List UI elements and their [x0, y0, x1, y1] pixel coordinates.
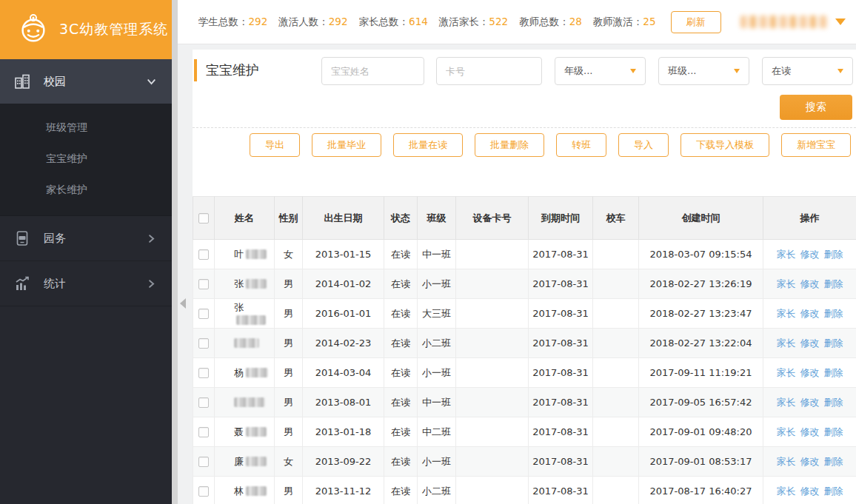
- cell-gender: 男: [275, 477, 303, 504]
- action-button-批量毕业[interactable]: 批量毕业: [312, 133, 381, 157]
- row-action-修改[interactable]: 修改: [800, 249, 820, 260]
- row-checkbox[interactable]: [198, 249, 209, 260]
- stat-colon: ：: [238, 16, 249, 27]
- row-checkbox[interactable]: [198, 427, 209, 437]
- cell-gender: 女: [275, 447, 303, 477]
- class-select[interactable]: 班级...: [658, 57, 749, 85]
- row-action-家长[interactable]: 家长: [777, 485, 796, 497]
- stat-label: 教师总数: [519, 16, 559, 27]
- row-select-cell: [193, 269, 215, 299]
- row-action-家长[interactable]: 家长: [777, 249, 796, 260]
- row-action-家长[interactable]: 家长: [777, 278, 796, 289]
- submenu-item-家长维护[interactable]: 家长维护: [0, 174, 172, 205]
- cell-gender: 男: [275, 299, 303, 329]
- row-checkbox[interactable]: [198, 397, 209, 408]
- action-button-转班[interactable]: 转班: [556, 133, 606, 157]
- cell-actions: 家长修改删除: [763, 417, 856, 447]
- row-action-修改[interactable]: 修改: [800, 308, 820, 319]
- header-cell-操作: 操作: [763, 197, 856, 240]
- row-action-修改[interactable]: 修改: [800, 426, 820, 437]
- stat-value: 614: [409, 16, 428, 27]
- stat-item: 教师激活：25: [593, 16, 656, 29]
- name-visible-char: 张: [234, 302, 244, 313]
- top-stats-bar: 学生总数：292激活人数：292家长总数：614激活家长：522教师总数：28教…: [178, 0, 856, 44]
- row-action-修改[interactable]: 修改: [800, 278, 820, 289]
- row-checkbox[interactable]: [198, 486, 209, 497]
- sidebar-item-园务[interactable]: 园务: [0, 216, 172, 261]
- cell-bus: [593, 477, 639, 504]
- cell-actions: 家长修改删除: [763, 299, 856, 329]
- sidebar-collapse-handle[interactable]: [180, 298, 186, 309]
- cell-class: 中二班: [418, 417, 456, 447]
- row-action-家长[interactable]: 家长: [777, 426, 796, 437]
- grade-select[interactable]: 年级...: [555, 57, 646, 85]
- action-button-导入[interactable]: 导入: [618, 133, 669, 157]
- stat-label: 教师激活: [593, 16, 633, 27]
- submenu-item-班级管理[interactable]: 班级管理: [0, 112, 172, 143]
- row-checkbox[interactable]: [198, 309, 209, 319]
- stat-item: 激活人数：292: [278, 16, 347, 29]
- row-action-删除[interactable]: 删除: [824, 367, 843, 378]
- table-row: 杨男2014-03-04在读小一班2017-08-312017-09-11 11…: [193, 358, 856, 388]
- row-action-删除[interactable]: 删除: [824, 426, 843, 437]
- row-action-删除[interactable]: 删除: [824, 397, 843, 408]
- cell-birth: 2016-01-01: [303, 299, 384, 329]
- status-select[interactable]: 在读: [762, 57, 853, 85]
- row-action-家长[interactable]: 家长: [777, 397, 796, 408]
- action-button-新增宝宝[interactable]: 新增宝宝: [781, 133, 851, 157]
- submenu-item-宝宝维护[interactable]: 宝宝维护: [0, 143, 172, 174]
- stat-colon: ：: [399, 16, 409, 27]
- row-action-删除[interactable]: 删除: [824, 249, 843, 260]
- row-action-修改[interactable]: 修改: [800, 397, 820, 408]
- cell-birth: 2013-09-22: [303, 447, 384, 477]
- row-action-删除[interactable]: 删除: [824, 456, 843, 467]
- row-action-删除[interactable]: 删除: [824, 485, 843, 497]
- row-action-删除[interactable]: 删除: [824, 337, 843, 349]
- row-action-修改[interactable]: 修改: [800, 485, 820, 497]
- sidebar-nav: 校园班级管理宝宝维护家长维护园务统计: [0, 59, 172, 306]
- cell-created: 2018-02-27 13:23:47: [639, 299, 763, 329]
- row-select-cell: [193, 299, 215, 329]
- refresh-button[interactable]: 刷新: [671, 11, 721, 33]
- name-redacted-blur: [236, 315, 266, 325]
- cell-birth: 2014-02-23: [303, 329, 384, 358]
- row-action-删除[interactable]: 删除: [824, 278, 843, 289]
- row-checkbox[interactable]: [198, 457, 209, 467]
- row-checkbox[interactable]: [198, 279, 209, 289]
- row-action-修改[interactable]: 修改: [800, 337, 820, 349]
- row-action-家长[interactable]: 家长: [777, 367, 796, 378]
- baby-name-input[interactable]: [321, 57, 424, 85]
- action-button-批量删除[interactable]: 批量删除: [475, 133, 544, 157]
- row-action-家长[interactable]: 家长: [777, 337, 796, 349]
- row-action-修改[interactable]: 修改: [800, 367, 820, 378]
- cell-expire: 2017-08-31: [529, 388, 593, 417]
- table-row: 男2014-02-23在读小二班2017-08-312018-02-27 13:…: [193, 329, 856, 358]
- row-checkbox[interactable]: [198, 368, 209, 378]
- action-button-下载导入模板[interactable]: 下载导入模板: [681, 133, 769, 157]
- row-select-cell: [193, 447, 215, 477]
- user-menu[interactable]: [740, 16, 846, 28]
- cell-name: 叶: [215, 240, 275, 269]
- row-select-cell: [193, 388, 215, 417]
- cell-status: 在读: [384, 477, 418, 504]
- cell-device_card: [456, 477, 529, 504]
- sidebar: 3C幼教管理系统 校园班级管理宝宝维护家长维护园务统计: [0, 0, 172, 504]
- row-action-修改[interactable]: 修改: [800, 456, 820, 467]
- stat-item: 激活家长：522: [439, 16, 508, 29]
- caret-down-icon: [734, 69, 740, 73]
- stat-value: 28: [569, 16, 582, 27]
- row-action-家长[interactable]: 家长: [777, 456, 796, 467]
- select-all-checkbox[interactable]: [198, 213, 209, 224]
- card-number-input[interactable]: [436, 57, 542, 85]
- search-button[interactable]: 搜索: [780, 95, 852, 120]
- row-action-删除[interactable]: 删除: [824, 308, 843, 319]
- cell-gender: 男: [275, 269, 303, 299]
- action-button-批量在读[interactable]: 批量在读: [393, 133, 463, 157]
- row-checkbox[interactable]: [198, 338, 209, 349]
- sidebar-item-统计[interactable]: 统计: [0, 261, 172, 306]
- cell-gender: 女: [275, 240, 303, 269]
- row-action-家长[interactable]: 家长: [777, 308, 796, 319]
- action-button-导出[interactable]: 导出: [250, 133, 300, 157]
- sidebar-item-校园[interactable]: 校园: [0, 59, 172, 104]
- babies-table: 姓名性别出生日期状态班级设备卡号到期时间校车创建时间操作 叶女2013-01-1…: [193, 196, 856, 504]
